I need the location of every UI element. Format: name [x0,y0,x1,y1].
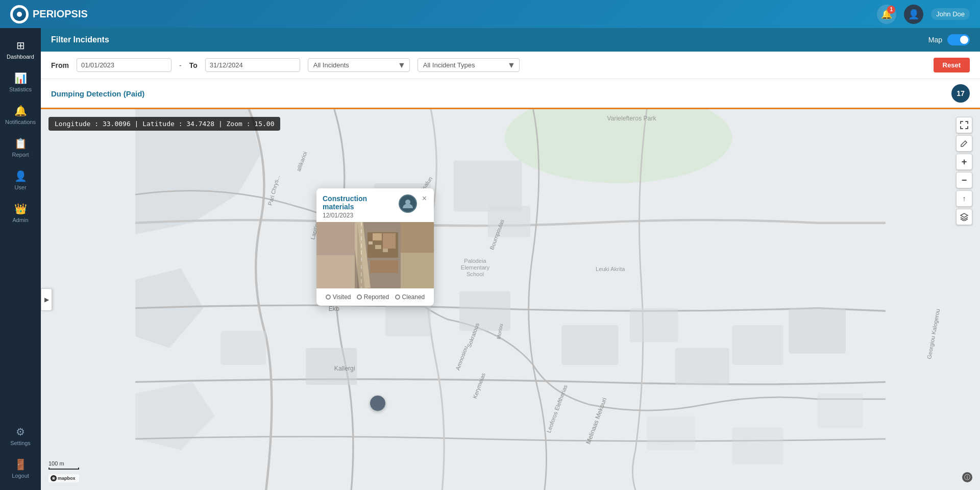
sidebar-item-report[interactable]: 📋 Report [0,131,41,164]
to-date-input[interactable] [205,58,300,72]
logout-icon: 🚪 [14,458,27,471]
svg-rect-49 [375,245,381,249]
filter-controls: From - To All Incidents Visited Reported… [41,52,980,79]
map-scale: 100 m [48,460,79,470]
zoom-in-button[interactable]: + [956,154,972,170]
brand: PERIOPSIS [10,5,88,23]
popup-header: Construction materials 12/01/2023 [316,188,434,222]
svg-rect-48 [369,241,373,244]
mapbox-attribution: mapbox [48,474,79,482]
sidebar-label-admin: Admin [12,217,28,223]
svg-rect-47 [401,253,434,288]
to-label: To [189,61,198,69]
popup-image [316,222,434,288]
compass-button[interactable]: ↑ [956,190,972,207]
svg-text:Varielefteros Park: Varielefteros Park [607,115,656,122]
sidebar-item-dashboard[interactable]: ⊞ Dashboard [0,33,41,66]
sidebar-item-statistics[interactable]: 📊 Statistics [0,66,41,99]
sidebar-label-user: User [14,184,26,190]
report-icon: 📋 [14,137,27,150]
visited-label: Visited [333,293,351,301]
svg-rect-16 [647,416,695,450]
filter-bar-title: Filter Incidents [51,35,109,44]
collapse-button[interactable]: ▶ [41,288,52,311]
sidebar-label-report: Report [12,152,29,158]
filter-bar: Filter Incidents Map [41,28,980,52]
popup-title: Construction materials [323,194,395,211]
map-svg: Bournpoulas Lapitiou Nikou Evagorou Sokr… [41,109,980,490]
incidents-select[interactable]: All Incidents Visited Reported Cleaned [308,58,410,72]
svg-rect-10 [630,308,678,342]
sidebar: ⊞ Dashboard 📊 Statistics 🔔 Notifications… [0,28,41,490]
bell-badge: 1 [887,6,895,14]
incident-types-select[interactable]: All Incident Types Dumping Detection Con… [418,58,520,72]
from-label: From [51,61,69,69]
svg-text:Leuki Akrita: Leuki Akrita [596,266,625,272]
detection-count: 17 [951,84,970,103]
sidebar-item-admin[interactable]: 👑 Admin [0,197,41,229]
content-area: Filter Incidents Map From - To All Incid… [41,28,980,490]
reported-label: Reported [364,293,389,301]
svg-rect-42 [383,233,396,249]
navbar: PERIOPSIS 🔔 1 👤 John Doe [0,0,980,28]
svg-text:Georgiou Kalogerou: Georgiou Kalogerou [926,308,941,359]
map-controls: + − ↑ [956,117,972,225]
sidebar-item-logout[interactable]: 🚪 Logout [8,452,33,485]
edit-button[interactable] [956,135,972,152]
status-visited: Visited [326,293,351,301]
from-date-input[interactable] [77,58,172,72]
sidebar-item-notifications[interactable]: 🔔 Notifications [0,99,41,131]
map-background: Bournpoulas Lapitiou Nikou Evagorou Sokr… [41,109,980,490]
mapbox-logo[interactable]: mapbox [48,474,79,482]
map-container[interactable]: Bournpoulas Lapitiou Nikou Evagorou Sokr… [41,109,980,490]
sidebar-item-settings[interactable]: ⚙ Settings [8,420,33,452]
svg-rect-50 [383,249,388,252]
svg-rect-44 [316,222,355,255]
reset-button[interactable]: Reset [934,58,970,72]
svg-text:School: School [467,271,484,277]
scale-bar [48,468,79,470]
svg-rect-4 [385,303,431,337]
svg-text:Eko: Eko [329,305,339,312]
map-toggle[interactable] [947,34,970,45]
bell-button[interactable]: 🔔 1 [877,5,896,24]
info-icon[interactable]: ⓘ [962,472,972,482]
visited-circle [326,295,331,300]
svg-rect-14 [817,394,863,428]
popup-status: Visited Reported Cleaned [316,288,434,306]
status-cleaned: Cleaned [395,293,425,301]
reported-circle [357,295,362,300]
sidebar-item-user[interactable]: 👤 User [0,164,41,197]
sidebar-label-notifications: Notifications [5,119,36,125]
popup-close-button[interactable]: × [421,194,428,203]
statistics-icon: 📊 [14,72,27,84]
filter-bar-right: Map [928,34,970,45]
admin-icon: 👑 [14,203,27,215]
svg-rect-43 [370,260,398,273]
fullscreen-button[interactable] [956,117,972,133]
svg-rect-46 [401,222,434,253]
scale-label: 100 m [48,460,64,467]
sidebar-bottom: ⚙ Settings 🚪 Logout [8,420,33,485]
svg-rect-15 [732,428,783,464]
popup-date: 12/01/2023 [323,212,395,219]
notifications-icon: 🔔 [14,105,27,117]
map-marker[interactable] [370,396,385,411]
status-reported: Reported [357,293,389,301]
svg-rect-12 [732,325,783,365]
main-layout: ⊞ Dashboard 📊 Statistics 🔔 Notifications… [0,28,980,490]
layers-button[interactable] [956,209,972,225]
svg-rect-13 [789,308,846,354]
logo-circle [10,5,29,23]
zoom-out-button[interactable]: − [956,172,972,188]
cleaned-label: Cleaned [402,293,425,301]
svg-rect-3 [454,160,522,211]
coords-overlay: Longitude : 33.0096 | Latitude : 34.7428… [48,117,280,131]
map-toggle-label: Map [928,36,942,44]
popup-avatar [399,194,417,213]
navbar-right: 🔔 1 👤 John Doe [877,5,970,24]
sidebar-label-statistics: Statistics [9,86,32,92]
avatar[interactable]: 👤 [904,5,923,24]
svg-rect-41 [373,233,382,240]
settings-icon: ⚙ [16,426,25,438]
